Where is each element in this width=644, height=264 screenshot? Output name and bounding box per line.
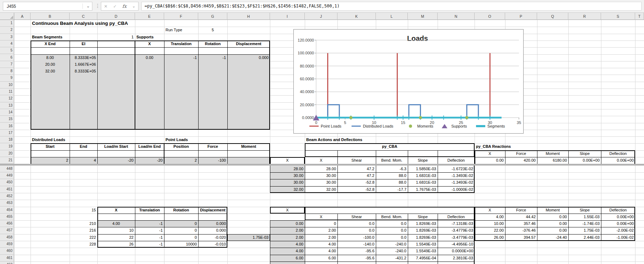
cell-K450[interactable]: -52.8 (337, 179, 376, 186)
row-header-459[interactable]: 459 (0, 241, 14, 248)
cell-L451[interactable]: -17.7 (376, 186, 408, 193)
column-header-C[interactable]: C (70, 13, 97, 20)
row-header-6[interactable]: 6 (0, 54, 14, 61)
cell-L459[interactable]: -240.0 (376, 241, 408, 248)
column-header-I[interactable]: I (270, 13, 305, 20)
cell-B21[interactable]: 2 (31, 157, 70, 164)
cell-J450[interactable]: 30.00 (305, 179, 337, 186)
cell-S21[interactable]: 0.00E+00 (601, 157, 635, 164)
row-header-3[interactable]: 3 (0, 34, 14, 41)
cell-G19[interactable]: Force (198, 143, 227, 150)
cell-M458[interactable]: 1.8269E-03 (408, 234, 438, 241)
row-header-21[interactable]: 21 (0, 157, 14, 164)
cell-L456[interactable]: 0.0 (376, 220, 408, 227)
cell-H4[interactable]: Displacement (227, 41, 270, 47)
loads-chart[interactable]: Loads0.000020.000040.000060.000080.00001… (293, 29, 524, 134)
cell-N461[interactable]: 2.3810E-03 (438, 255, 475, 262)
cell-F458[interactable]: 0 (164, 234, 198, 241)
cell-K457[interactable]: 0.0 (337, 227, 376, 234)
column-header-Q[interactable]: Q (537, 13, 568, 20)
cancel-icon[interactable]: ✕ (104, 4, 108, 9)
column-header-B[interactable]: B (31, 13, 70, 20)
cell-M461[interactable]: 7.4956E-04 (408, 255, 438, 262)
more-options-icon[interactable]: ⋮ (95, 3, 100, 9)
row-header-457[interactable]: 457 (0, 227, 14, 234)
row-header-449[interactable]: 449 (0, 172, 14, 179)
cell-E456[interactable]: -1 (135, 220, 164, 227)
cell-S20[interactable]: Deflection (601, 150, 635, 157)
cell-D3[interactable]: 1 (97, 34, 135, 41)
cell-H19[interactable]: Moment (227, 143, 270, 150)
cell-G459[interactable]: -0.010 (198, 241, 227, 248)
cell-J449[interactable]: 30.00 (305, 172, 337, 179)
cell-P455[interactable]: 44.42 (505, 214, 537, 220)
cell-I457[interactable]: 2.00 (270, 227, 305, 234)
cell-O20[interactable]: X (475, 150, 505, 157)
row-header-11[interactable]: 11 (0, 88, 14, 95)
cell-C8[interactable]: 8.3333E+05 (70, 68, 97, 75)
cell-E454[interactable]: Translation (135, 207, 164, 214)
cell-Q456[interactable]: 0.00 (537, 220, 568, 227)
cell-R454[interactable]: Slope (568, 207, 601, 214)
insert-function-icon[interactable]: fx (122, 4, 126, 9)
formula-input[interactable]: =py_CBA($B$6:$C$8,D456:H459,$B$21:$E$23,… (141, 2, 642, 11)
cell-B6[interactable]: 8.00 (31, 54, 70, 61)
cell-G21[interactable]: -100 (198, 157, 227, 164)
cell-M449[interactable]: 1.6831E-03 (408, 172, 438, 179)
cell-F21[interactable]: 2 (164, 157, 198, 164)
row-header-450[interactable]: 450 (0, 179, 14, 186)
cell-I450[interactable]: 30.00 (270, 179, 305, 186)
cell-E19[interactable]: Load/m End (135, 143, 164, 150)
cell-K448[interactable]: 47.2 (337, 166, 376, 172)
cell-M448[interactable]: 1.5850E-03 (408, 166, 438, 172)
row-header-18[interactable]: 18 (0, 136, 14, 143)
cell-R456[interactable]: -1.74E-03 (568, 220, 601, 227)
cell-F18[interactable]: Point Loads (164, 136, 227, 143)
column-header-P[interactable]: P (505, 13, 537, 20)
cell-O457[interactable]: 22.00 (475, 227, 505, 234)
cell-S458[interactable]: -1.00E-02 (601, 234, 635, 241)
cell-S454[interactable]: Deflection (601, 207, 635, 214)
formula-bar-expand-icon[interactable]: ⌄ (132, 4, 135, 9)
cell-N451[interactable]: -1.0000E-02 (438, 186, 475, 193)
cell-O19[interactable]: py_CBA Reactions (475, 143, 537, 150)
row-header-8[interactable]: 8 (0, 68, 14, 75)
cell-P21[interactable]: 420.00 (505, 157, 537, 164)
row-header-15[interactable]: 15 (0, 116, 14, 123)
cell-O21[interactable]: 0.00 (475, 157, 505, 164)
cell-F454[interactable]: Rotation (164, 207, 198, 214)
cell-B19[interactable]: Start (31, 143, 70, 150)
row-header-458[interactable]: 458 (0, 234, 14, 241)
cell-N449[interactable]: -1.3493E-02 (438, 172, 475, 179)
cell-N448[interactable]: -1.6723E-02 (438, 166, 475, 172)
name-box-dropdown-icon[interactable]: ⌄ (86, 2, 90, 11)
row-header-455[interactable]: 455 (0, 214, 14, 220)
cell-F457[interactable]: 0 (164, 227, 198, 234)
cell-P456[interactable]: 357.46 (505, 220, 537, 227)
enter-icon[interactable]: ✓ (113, 4, 117, 9)
cell-G4[interactable]: Rotation (198, 41, 227, 47)
cell-Q455[interactable]: 0.00 (537, 214, 568, 220)
cell-I454[interactable]: X (270, 207, 305, 214)
cell-Q454[interactable]: Moment (537, 207, 568, 214)
cell-L21[interactable]: Bend. Mom. (376, 157, 408, 164)
cell-M450[interactable]: 1.6831E-03 (408, 179, 438, 186)
column-header-G[interactable]: G (198, 13, 227, 20)
cell-Q457[interactable]: 0.00 (537, 227, 568, 234)
cell-N456[interactable]: -7.1318E-03 (438, 220, 475, 227)
column-header-M[interactable]: M (408, 13, 438, 20)
name-box[interactable]: J455 ⌄ (3, 2, 92, 11)
cell-H458[interactable]: 1.75E-03 (227, 234, 270, 241)
cell-J458[interactable]: 2.00 (305, 234, 337, 241)
cell-K460[interactable]: -95.6 (337, 248, 376, 254)
cell-R457[interactable]: 1.75E-03 (568, 227, 601, 234)
cell-E458[interactable]: -1 (135, 234, 164, 241)
cell-D19[interactable]: Load/m Start (97, 143, 135, 150)
column-header-N[interactable]: N (438, 13, 475, 20)
cell-H6[interactable]: 0.000 (227, 54, 270, 61)
cell-P458[interactable]: 394.57 (505, 234, 537, 241)
column-header-T[interactable]: T (635, 13, 644, 20)
cell-E4[interactable]: X (135, 41, 164, 47)
cell-K451[interactable]: -52.8 (337, 186, 376, 193)
cell-C459[interactable]: 228 (70, 241, 97, 248)
